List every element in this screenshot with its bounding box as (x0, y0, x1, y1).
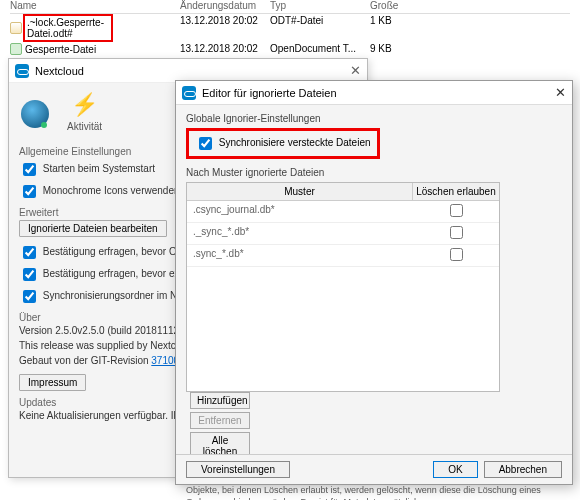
col-pattern[interactable]: Muster (187, 183, 413, 200)
checkbox-input[interactable] (23, 246, 36, 259)
odt-file-icon (10, 22, 22, 34)
file-row[interactable]: .~lock.Gesperrte-Datei.odt# 13.12.2018 2… (10, 14, 570, 42)
col-name[interactable]: Name (10, 0, 180, 11)
allow-delete-checkbox[interactable] (450, 204, 463, 217)
file-list-header: Name Änderungsdatum Typ Große (10, 0, 570, 14)
highlighted-option: Synchronisiere versteckte Dateien (186, 128, 380, 159)
dialog-footer: Voreinstellungen OK Abbrechen (176, 454, 572, 484)
impressum-button[interactable]: Impressum (19, 374, 86, 391)
group-global-label: Globale Ignorier-Einstellungen (186, 113, 562, 124)
edit-ignored-files-button[interactable]: Ignorierte Dateien bearbeiten (19, 220, 167, 237)
account-status-dot (41, 122, 47, 128)
pattern-row[interactable]: ._sync_*.db* (187, 223, 499, 245)
checkbox-sync-hidden[interactable]: Synchronisiere versteckte Dateien (195, 137, 371, 148)
file-type: ODT#-Datei (270, 15, 370, 41)
group-pattern-label: Nach Muster ignorierte Dateien (186, 167, 562, 178)
col-date[interactable]: Änderungsdatum (180, 0, 270, 11)
pattern-side-buttons: Hinzufügen Entfernen Alle löschen (190, 392, 250, 460)
ignored-files-editor-dialog: Editor für ignorierte Dateien ✕ Globale … (175, 80, 573, 485)
about-built-text: Gebaut von der GIT-Revision (19, 355, 151, 366)
checkbox-input[interactable] (23, 290, 36, 303)
ok-button[interactable]: OK (433, 461, 477, 478)
dialog-titlebar: Editor für ignorierte Dateien ✕ (176, 81, 572, 105)
checkbox-input[interactable] (23, 268, 36, 281)
pattern-table-header: Muster Löschen erlauben (187, 183, 499, 201)
bolt-icon: ⚡ (71, 91, 99, 119)
account-tab[interactable] (21, 100, 49, 132)
file-name: .~lock.Gesperrte-Datei.odt# (23, 14, 113, 42)
file-date: 13.12.2018 20:02 (180, 15, 270, 41)
defaults-button[interactable]: Voreinstellungen (186, 461, 290, 478)
document-file-icon (10, 43, 22, 55)
pattern-table: Muster Löschen erlauben .csync_journal.d… (186, 182, 500, 392)
remove-pattern-button[interactable]: Entfernen (190, 412, 250, 429)
nextcloud-logo-icon (15, 64, 29, 78)
close-icon[interactable]: ✕ (555, 85, 566, 100)
file-type: OpenDocument T... (270, 43, 370, 55)
file-size: 1 KB (370, 15, 430, 41)
file-row[interactable]: Gesperrte-Datei 13.12.2018 20:02 OpenDoc… (10, 42, 570, 56)
file-date: 13.12.2018 20:02 (180, 43, 270, 55)
col-size[interactable]: Große (370, 0, 430, 11)
file-size: 9 KB (370, 43, 430, 55)
pattern-row[interactable]: .sync_*.db* (187, 245, 499, 267)
window-title: Nextcloud (35, 65, 84, 77)
pattern-row[interactable]: .csync_journal.db* (187, 201, 499, 223)
add-pattern-button[interactable]: Hinzufügen (190, 392, 250, 409)
checkbox-label: Monochrome Icons verwenden (43, 185, 180, 196)
nextcloud-logo-icon (182, 86, 196, 100)
checkbox-input[interactable] (23, 163, 36, 176)
dialog-title: Editor für ignorierte Dateien (202, 87, 337, 99)
pattern-cell: .csync_journal.db* (187, 201, 413, 222)
checkbox-label: Starten beim Systemstart (43, 163, 155, 174)
file-name: Gesperrte-Datei (25, 44, 115, 55)
pattern-cell: ._sync_*.db* (187, 223, 413, 244)
tab-label: Aktivität (67, 121, 102, 132)
file-explorer-listing: Name Änderungsdatum Typ Große .~lock.Ges… (10, 0, 570, 45)
cancel-button[interactable]: Abbrechen (484, 461, 562, 478)
allow-delete-checkbox[interactable] (450, 248, 463, 261)
close-icon[interactable]: ✕ (350, 63, 361, 78)
note-text-2: Objekte, bei denen Löschen erlaubt ist, … (186, 484, 562, 500)
col-allow-delete[interactable]: Löschen erlauben (413, 183, 499, 200)
tab-activity[interactable]: ⚡ Aktivität (67, 91, 102, 132)
checkbox-input[interactable] (23, 185, 36, 198)
checkbox-input[interactable] (199, 137, 212, 150)
checkbox-label: Synchronisiere versteckte Dateien (219, 137, 371, 148)
allow-delete-checkbox[interactable] (450, 226, 463, 239)
col-type[interactable]: Typ (270, 0, 370, 11)
pattern-cell: .sync_*.db* (187, 245, 413, 266)
